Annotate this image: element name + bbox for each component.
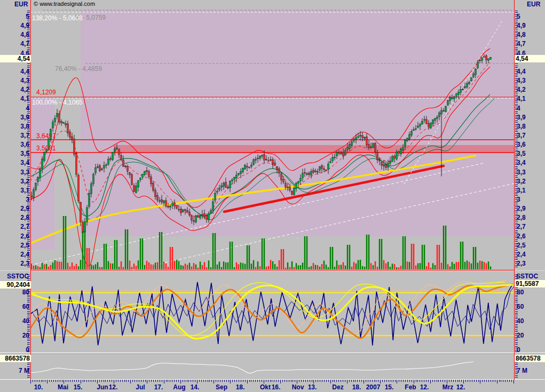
price-tick-label: 3,4 xyxy=(517,159,526,166)
x-axis-date-label: Mrz xyxy=(443,383,454,391)
fib-100-label: 100,00% - 4,1065 xyxy=(32,99,83,106)
stoch-value-badge-right: 91,5587 xyxy=(515,280,545,287)
price-tick-label: 3,8 xyxy=(517,123,526,130)
x-axis-date-label: Sep xyxy=(216,383,227,391)
tradesignal-chart-window: EUR EUR © www.tradesignal.com % - 5,0759… xyxy=(0,0,545,392)
x-axis-major-ticks xyxy=(30,380,514,383)
price-tick-label: 3,1 xyxy=(517,187,526,194)
x-axis-date-label: 18. xyxy=(352,383,361,391)
level-3-6497-label: 3,6497 xyxy=(36,132,56,140)
price-tick-label: 4,1 xyxy=(517,95,526,102)
level-3-5081-label: 3,5081 xyxy=(36,145,56,152)
price-tick-label: 3,9 xyxy=(517,114,526,121)
price-tick-label: 4,7 xyxy=(517,41,526,47)
x-axis-date-label: 15. xyxy=(74,383,83,391)
last-price-badge-left: 4,54 xyxy=(0,55,31,62)
right-currency-label: EUR xyxy=(527,1,540,8)
copyright-text: © www.tradesignal.com xyxy=(34,1,95,7)
price-tick-label: 3,3 xyxy=(517,169,526,176)
price-tick-label: 2,8 xyxy=(517,214,526,221)
price-chart-canvas[interactable] xyxy=(30,0,514,270)
x-axis-date-label: 16. xyxy=(272,383,281,391)
stoch-value-badge-left: 90,2404 xyxy=(0,281,31,289)
stoch-tick-label: 60 xyxy=(517,303,524,310)
x-axis-date-label: Nov xyxy=(292,383,304,391)
volume-tick-right: 7 M xyxy=(517,367,527,374)
price-axis-ticks-right xyxy=(515,11,518,268)
price-tick-label: 4,3 xyxy=(517,77,526,84)
x-axis-date-label: 10. xyxy=(34,383,43,391)
stoch-title-right: SSTOC xyxy=(516,273,538,280)
stoch-title-left: SSTOC xyxy=(7,273,29,280)
x-axis-date-label: Dez xyxy=(332,383,343,391)
x-axis-date-label: Jul xyxy=(136,383,145,391)
price-tick-label: 3,6 xyxy=(517,141,526,148)
stochastic-chart-canvas[interactable] xyxy=(30,271,514,353)
price-tick-label: 4,4 xyxy=(517,68,526,75)
left-currency-label: EUR xyxy=(14,1,28,8)
x-axis-date-label: 15. xyxy=(385,383,394,391)
volume-value-badge-left: 8663578 xyxy=(0,355,31,362)
fib-76-label: 76,40% - 4,4859 xyxy=(55,65,102,73)
x-axis-date-label: Feb xyxy=(405,383,416,391)
x-axis-date-label: 12. xyxy=(109,383,118,391)
x-axis-date-label: 2007 xyxy=(366,383,381,391)
price-tick-label: 3,7 xyxy=(517,132,526,139)
price-tick-label: 3,5 xyxy=(517,150,526,157)
x-axis-date-label: 12. xyxy=(420,383,429,391)
price-axis-ticks-left xyxy=(27,11,30,268)
stoch-tick-label: 40 xyxy=(517,318,524,325)
price-tick-label: 4,2 xyxy=(517,86,526,93)
price-tick-label: 4,9 xyxy=(517,22,526,29)
x-axis-date-label: Aug xyxy=(173,383,185,391)
x-axis-date-label: Mai xyxy=(58,383,68,391)
x-axis-date-label: 17. xyxy=(154,383,163,391)
x-axis-date-label: Okt xyxy=(260,383,271,391)
price-tick-label: 2,4 xyxy=(517,251,526,258)
x-axis-date-label: 13. xyxy=(308,383,317,391)
x-axis-date-label: 18. xyxy=(236,383,245,391)
volume-line-canvas[interactable] xyxy=(30,354,514,379)
stoch-tick-label: 20 xyxy=(517,332,524,339)
price-tick-label: 3,2 xyxy=(517,178,526,185)
price-tick-label: 2,6 xyxy=(517,233,526,240)
volume-value-badge-right: 8663578 xyxy=(515,355,545,362)
x-axis-date-label: 14. xyxy=(191,383,200,391)
x-axis-date-label: 12. xyxy=(456,383,465,391)
price-panel-bottom-border xyxy=(30,270,514,270)
price-tick-label: 4,8 xyxy=(517,31,526,38)
last-price-badge-right: 4,54 xyxy=(515,55,545,62)
panel-divider xyxy=(0,353,545,353)
level-4-1209-label: 4,1209 xyxy=(36,89,56,96)
fib-extension-label: 138,20% - 5,0608 xyxy=(32,14,83,22)
price-tick-label: 2,5 xyxy=(517,242,526,249)
price-tick-label: 2,7 xyxy=(517,223,526,230)
stoch-tick-label: 80 xyxy=(517,289,524,296)
x-axis-date-label: Jun xyxy=(97,383,108,391)
price-tick-label: 2,3 xyxy=(517,260,526,267)
price-tick-label: 2,9 xyxy=(517,205,526,212)
